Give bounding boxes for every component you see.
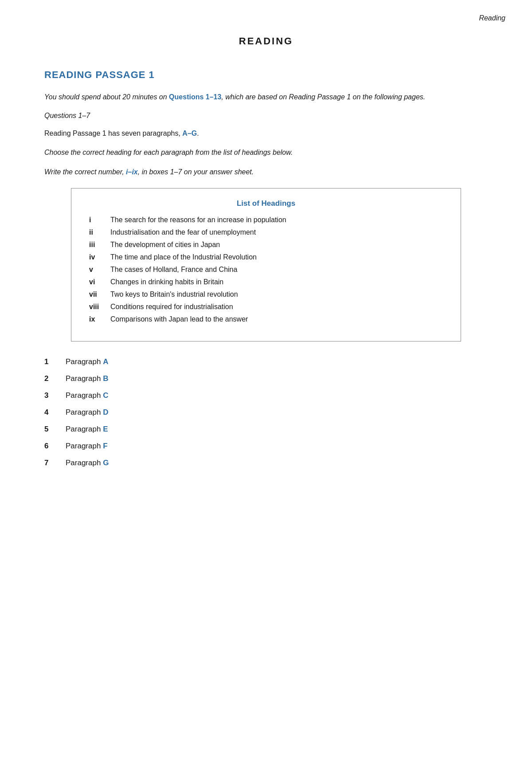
paragraph-label: Paragraph D: [66, 408, 108, 417]
paragraph-number: 3: [44, 391, 66, 400]
heading-text: Industrialisation and the fear of unempl…: [110, 228, 256, 236]
instruction1: Choose the correct heading for each para…: [44, 147, 488, 158]
paragraph-letter: E: [103, 425, 108, 433]
paragraph-letter: A: [103, 357, 108, 366]
paragraph-label: Paragraph A: [66, 357, 108, 366]
headings-box-title: List of Headings: [89, 199, 443, 208]
paragraph-item: 6Paragraph F: [44, 442, 488, 451]
paragraph-number: 2: [44, 374, 66, 383]
intro-text: You should spend about 20 minutes on Que…: [44, 91, 488, 103]
passage-heading: READING PASSAGE 1: [44, 69, 488, 81]
questions-link: Questions 1–13: [169, 93, 221, 101]
heading-numeral: vi: [89, 278, 110, 286]
heading-item: viiiConditions required for industrialis…: [89, 303, 443, 311]
paragraph-number: 6: [44, 442, 66, 451]
paragraph-letter: G: [103, 459, 109, 467]
heading-numeral: iv: [89, 253, 110, 261]
paragraph-number: 1: [44, 357, 66, 366]
paragraph-label: Paragraph B: [66, 374, 108, 383]
heading-numeral: iii: [89, 241, 110, 249]
paragraph-item: 1Paragraph A: [44, 357, 488, 366]
instruction2-roman: i–ix: [126, 168, 138, 176]
description-after: .: [197, 129, 199, 137]
paragraph-item: 7Paragraph G: [44, 459, 488, 467]
heading-item: viiTwo keys to Britain's industrial revo…: [89, 290, 443, 298]
paragraph-list: 1Paragraph A2Paragraph B3Paragraph C4Par…: [44, 357, 488, 467]
paragraph-label: Paragraph E: [66, 425, 108, 434]
heading-item: vThe cases of Holland, France and China: [89, 266, 443, 274]
heading-item: ivThe time and place of the Industrial R…: [89, 253, 443, 261]
heading-text: The search for the reasons for an increa…: [110, 216, 286, 224]
heading-text: Comparisons with Japan lead to the answe…: [110, 315, 248, 323]
paragraph-letter: B: [103, 374, 108, 383]
paragraph-label: Paragraph G: [66, 459, 109, 467]
instruction2-before: Write the correct number,: [44, 168, 126, 176]
heading-text: The development of cities in Japan: [110, 241, 220, 249]
heading-item: iThe search for the reasons for an incre…: [89, 216, 443, 224]
page-label: Reading: [479, 14, 505, 22]
headings-box: List of Headings iThe search for the rea…: [71, 188, 461, 341]
paragraph-item: 5Paragraph E: [44, 425, 488, 434]
heading-numeral: i: [89, 216, 110, 224]
paragraphs-link: A–G: [182, 129, 197, 137]
heading-numeral: v: [89, 266, 110, 274]
description-text: Reading Passage 1 has seven paragraphs, …: [44, 128, 488, 139]
heading-text: The cases of Holland, France and China: [110, 266, 237, 274]
paragraph-number: 5: [44, 425, 66, 434]
heading-numeral: viii: [89, 303, 110, 311]
headings-list: iThe search for the reasons for an incre…: [89, 216, 443, 323]
intro-text-after: , which are based on Reading Passage 1 o…: [221, 93, 425, 101]
paragraph-item: 3Paragraph C: [44, 391, 488, 400]
paragraph-item: 2Paragraph B: [44, 374, 488, 383]
questions-range-label: Questions 1–7: [44, 112, 488, 120]
heading-text: The time and place of the Industrial Rev…: [110, 253, 257, 261]
paragraph-number: 4: [44, 408, 66, 417]
instruction2-after: , in boxes 1–7 on your answer sheet.: [138, 168, 254, 176]
intro-text-before: You should spend about 20 minutes on: [44, 93, 169, 101]
heading-numeral: ix: [89, 315, 110, 323]
heading-item: viChanges in drinking habits in Britain: [89, 278, 443, 286]
paragraph-item: 4Paragraph D: [44, 408, 488, 417]
heading-numeral: ii: [89, 228, 110, 236]
heading-item: iiiThe development of cities in Japan: [89, 241, 443, 249]
paragraph-number: 7: [44, 459, 66, 467]
page-title: READING: [44, 35, 488, 47]
heading-text: Changes in drinking habits in Britain: [110, 278, 223, 286]
heading-numeral: vii: [89, 290, 110, 298]
paragraph-label: Paragraph C: [66, 391, 108, 400]
heading-text: Two keys to Britain's industrial revolut…: [110, 290, 238, 298]
description-before: Reading Passage 1 has seven paragraphs,: [44, 129, 182, 137]
paragraph-letter: D: [103, 408, 108, 416]
heading-text: Conditions required for industrialisatio…: [110, 303, 233, 311]
instruction2: Write the correct number, i–ix, in boxes…: [44, 166, 488, 178]
heading-item: iiIndustrialisation and the fear of unem…: [89, 228, 443, 236]
heading-item: ixComparisons with Japan lead to the ans…: [89, 315, 443, 323]
paragraph-letter: F: [103, 442, 107, 450]
paragraph-label: Paragraph F: [66, 442, 108, 451]
paragraph-letter: C: [103, 391, 108, 400]
